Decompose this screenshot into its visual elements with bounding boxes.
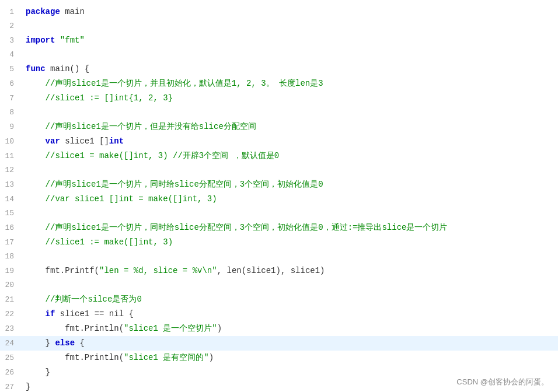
code-line: 9 //声明slice1是一个切片，但是并没有给slice分配空间 bbox=[0, 120, 558, 134]
line-number: 9 bbox=[0, 120, 23, 134]
line-number: 16 bbox=[0, 221, 23, 235]
line-content: //slice1 := []int{1, 2, 3} bbox=[23, 91, 558, 105]
line-number: 13 bbox=[0, 178, 23, 192]
code-line: 4 bbox=[0, 48, 558, 62]
footer-attribution: CSDN @创客协会的阿蛋。 bbox=[456, 377, 549, 387]
line-content: if slice1 == nil { bbox=[23, 307, 558, 321]
line-number: 4 bbox=[0, 48, 23, 62]
code-line: 14 //var slice1 []int = make([]int, 3) bbox=[0, 192, 558, 206]
line-content: //slice1 := make([]int, 3) bbox=[23, 235, 558, 249]
line-content: //声明slice1是一个切片，但是并没有给slice分配空间 bbox=[23, 120, 558, 134]
line-number: 8 bbox=[0, 106, 23, 120]
line-number: 5 bbox=[0, 62, 23, 76]
line-number: 17 bbox=[0, 236, 23, 250]
code-line: 1package main bbox=[0, 5, 558, 19]
line-content: //slice1 = make([]int, 3) //开辟3个空间 ，默认值是… bbox=[23, 149, 558, 163]
line-number: 7 bbox=[0, 92, 23, 106]
code-line: 24 } else { bbox=[0, 336, 558, 351]
line-number: 26 bbox=[0, 366, 23, 380]
line-number: 23 bbox=[0, 322, 23, 336]
code-line: 7 //slice1 := []int{1, 2, 3} bbox=[0, 91, 558, 106]
code-line: 16 //声明slice1是一个切片，同时给slice分配空间，3个空间，初始化… bbox=[0, 220, 558, 235]
line-content: //声明slice1是一个切片，同时给slice分配空间，3个空间，初始化值是0 bbox=[23, 177, 558, 191]
line-content: fmt.Println("slice1 是有空间的") bbox=[23, 351, 558, 365]
line-content: fmt.Println("slice1 是一个空切片") bbox=[23, 321, 558, 335]
code-line: 19 fmt.Printf("len = %d, slice = %v\n", … bbox=[0, 264, 558, 278]
line-number: 12 bbox=[0, 163, 23, 177]
line-content: //判断一个silce是否为0 bbox=[23, 292, 558, 306]
code-line: 21 //判断一个silce是否为0 bbox=[0, 292, 558, 307]
line-content: } else { bbox=[23, 336, 558, 350]
line-content: import "fmt" bbox=[23, 33, 558, 47]
code-line: 18 bbox=[0, 250, 558, 264]
code-editor: 1package main23import "fmt"45func main()… bbox=[0, 0, 558, 392]
code-line: 12 bbox=[0, 163, 558, 177]
line-number: 2 bbox=[0, 19, 23, 33]
code-line: 6 //声明slice1是一个切片，并且初始化，默认值是1, 2, 3。 长度l… bbox=[0, 76, 558, 91]
line-number: 14 bbox=[0, 192, 23, 206]
code-line: 20 bbox=[0, 278, 558, 292]
code-line: 13 //声明slice1是一个切片，同时给slice分配空间，3个空间，初始化… bbox=[0, 177, 558, 192]
line-content: //var slice1 []int = make([]int, 3) bbox=[23, 192, 558, 206]
line-content: func main() { bbox=[23, 62, 558, 76]
line-content: var slice1 []int bbox=[23, 134, 558, 148]
code-line: 8 bbox=[0, 106, 558, 120]
line-number: 20 bbox=[0, 278, 23, 292]
line-number: 10 bbox=[0, 135, 23, 149]
line-number: 22 bbox=[0, 307, 23, 321]
line-number: 15 bbox=[0, 206, 23, 220]
code-line: 25 fmt.Println("slice1 是有空间的") bbox=[0, 351, 558, 365]
line-number: 27 bbox=[0, 380, 23, 392]
line-content: //声明slice1是一个切片，并且初始化，默认值是1, 2, 3。 长度len… bbox=[23, 76, 558, 90]
line-number: 6 bbox=[0, 77, 23, 91]
line-number: 19 bbox=[0, 264, 23, 278]
line-number: 11 bbox=[0, 149, 23, 163]
line-number: 3 bbox=[0, 34, 23, 48]
line-number: 1 bbox=[0, 5, 23, 19]
code-line: 2 bbox=[0, 19, 558, 33]
line-number: 25 bbox=[0, 351, 23, 365]
code-line: 17 //slice1 := make([]int, 3) bbox=[0, 235, 558, 250]
line-number: 24 bbox=[0, 337, 23, 351]
code-line: 11 //slice1 = make([]int, 3) //开辟3个空间 ，默… bbox=[0, 149, 558, 163]
line-content: fmt.Printf("len = %d, slice = %v\n", len… bbox=[23, 264, 558, 278]
code-line: 23 fmt.Println("slice1 是一个空切片") bbox=[0, 321, 558, 336]
line-content: //声明slice1是一个切片，同时给slice分配空间，3个空间，初始化值是0… bbox=[23, 220, 558, 235]
line-number: 18 bbox=[0, 250, 23, 264]
code-line: 10 var slice1 []int bbox=[0, 134, 558, 149]
code-line: 3import "fmt" bbox=[0, 33, 558, 48]
line-content: package main bbox=[23, 5, 558, 19]
line-number: 21 bbox=[0, 293, 23, 307]
code-line: 15 bbox=[0, 206, 558, 220]
code-line: 5func main() { bbox=[0, 62, 558, 76]
code-line: 22 if slice1 == nil { bbox=[0, 307, 558, 321]
